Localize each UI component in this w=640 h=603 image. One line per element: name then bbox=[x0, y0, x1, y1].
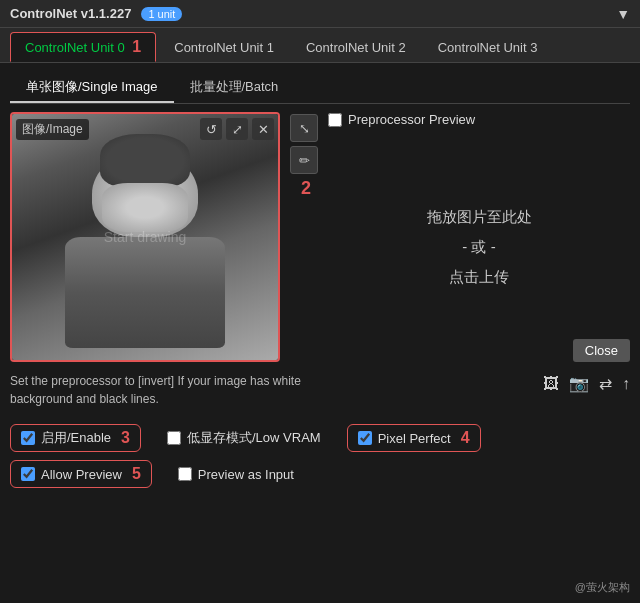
camera-icon[interactable]: 📷 bbox=[569, 374, 589, 393]
image-area-label: 图像/Image bbox=[16, 119, 89, 140]
unit-tab-0[interactable]: ControlNet Unit 0 1 bbox=[10, 32, 156, 62]
placeholder-line1: 拖放图片至此处 bbox=[427, 202, 532, 232]
allow-preview-group: Allow Preview 5 bbox=[10, 460, 152, 488]
preview-placeholder[interactable]: 拖放图片至此处 - 或 - 点击上传 bbox=[427, 202, 532, 292]
image-mode-tabs: 单张图像/Single Image 批量处理/Batch bbox=[10, 73, 630, 104]
fullscreen-btn[interactable]: ⤡ bbox=[290, 114, 318, 142]
top-bar: ControlNet v1.1.227 1 unit ▼ bbox=[0, 0, 640, 28]
flip-btn[interactable]: ⤢ bbox=[226, 118, 248, 140]
pixel-perfect-checkbox[interactable] bbox=[358, 431, 372, 445]
image-toolbar: 图像/Image ↺ ⤢ ✕ bbox=[16, 118, 274, 140]
unit-tab-2[interactable]: ControlNet Unit 2 bbox=[292, 32, 420, 62]
image-icon[interactable]: 🖼 bbox=[543, 375, 559, 393]
preprocessor-preview-label: Preprocessor Preview bbox=[348, 112, 475, 127]
watermark-bottom: @萤火架构 bbox=[575, 580, 630, 595]
batch-tab[interactable]: 批量处理/Batch bbox=[174, 73, 295, 103]
main-content: 单张图像/Single Image 批量处理/Batch 图像/Image ↺ … bbox=[0, 63, 640, 498]
hint-text: Set the preprocessor to [invert] If your… bbox=[10, 372, 320, 408]
preview-as-input-checkbox[interactable] bbox=[178, 467, 192, 481]
single-image-tab[interactable]: 单张图像/Single Image bbox=[10, 73, 174, 103]
unit-count-badge: 1 unit bbox=[141, 7, 182, 21]
allow-preview-number: 5 bbox=[132, 465, 141, 483]
swap-icon[interactable]: ⇄ bbox=[599, 374, 612, 393]
enable-group: 启用/Enable 3 bbox=[10, 424, 141, 452]
enable-number: 3 bbox=[121, 429, 130, 447]
hint-icons: 🖼 📷 ⇄ ↑ bbox=[543, 372, 630, 393]
close-image-btn[interactable]: ✕ bbox=[252, 118, 274, 140]
checkbox-row-1: 启用/Enable 3 低显存模式/Low VRAM Pixel Perfect… bbox=[10, 424, 630, 452]
unit-tab-3[interactable]: ControlNet Unit 3 bbox=[424, 32, 552, 62]
allow-preview-label: Allow Preview bbox=[41, 467, 122, 482]
enable-label: 启用/Enable bbox=[41, 429, 111, 447]
section-2-number: 2 bbox=[294, 178, 318, 199]
image-upload-area[interactable]: 图像/Image ↺ ⤢ ✕ Start drawing bbox=[10, 112, 280, 362]
plugin-title: ControlNet v1.1.227 bbox=[10, 6, 131, 21]
image-controls: ↺ ⤢ ✕ bbox=[200, 118, 274, 140]
close-preview-btn[interactable]: Close bbox=[573, 339, 630, 362]
preprocessor-preview-checkbox[interactable] bbox=[328, 113, 342, 127]
pixel-perfect-group: Pixel Perfect 4 bbox=[347, 424, 481, 452]
allow-preview-checkbox[interactable] bbox=[21, 467, 35, 481]
pixel-perfect-label: Pixel Perfect bbox=[378, 431, 451, 446]
collapse-arrow[interactable]: ▼ bbox=[616, 6, 630, 22]
unit-0-number: 1 bbox=[132, 38, 141, 56]
image-section: 图像/Image ↺ ⤢ ✕ Start drawing ⤡ ✏ 2 bbox=[10, 112, 630, 362]
brush-btn[interactable]: ✏ bbox=[290, 146, 318, 174]
placeholder-line3: 点击上传 bbox=[427, 262, 532, 292]
preview-as-input-label: Preview as Input bbox=[198, 467, 294, 482]
placeholder-line2: - 或 - bbox=[427, 232, 532, 262]
unit-tab-1[interactable]: ControlNet Unit 1 bbox=[160, 32, 288, 62]
low-vram-checkbox[interactable] bbox=[167, 431, 181, 445]
enable-checkbox[interactable] bbox=[21, 431, 35, 445]
checkbox-row-2: Allow Preview 5 Preview as Input bbox=[10, 460, 630, 488]
hint-row: Set the preprocessor to [invert] If your… bbox=[10, 372, 630, 416]
preprocessor-preview-row: Preprocessor Preview bbox=[328, 112, 630, 127]
pixel-perfect-number: 4 bbox=[461, 429, 470, 447]
low-vram-group: 低显存模式/Low VRAM bbox=[157, 425, 331, 451]
unit-tabs: ControlNet Unit 0 1 ControlNet Unit 1 Co… bbox=[0, 28, 640, 63]
low-vram-label: 低显存模式/Low VRAM bbox=[187, 429, 321, 447]
upload-icon[interactable]: ↑ bbox=[622, 375, 630, 393]
preview-as-input-group: Preview as Input bbox=[168, 463, 304, 486]
rotate-btn[interactable]: ↺ bbox=[200, 118, 222, 140]
side-controls: ⤡ ✏ 2 bbox=[290, 112, 318, 362]
preview-section: Preprocessor Preview 拖放图片至此处 - 或 - 点击上传 … bbox=[328, 112, 630, 362]
